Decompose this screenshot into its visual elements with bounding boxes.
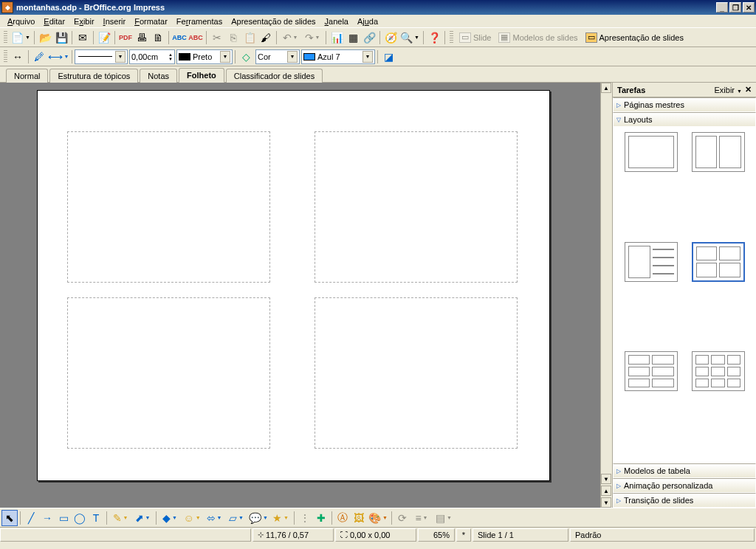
menu-editar[interactable]: Editar: [39, 16, 69, 27]
layout-1-slide[interactable]: [625, 132, 678, 172]
help-button[interactable]: ❓: [426, 30, 442, 46]
toolbar-grip-2[interactable]: [450, 31, 453, 44]
line-width-combo[interactable]: 0,00cm▲▼: [129, 49, 175, 64]
vertical-scrollbar[interactable]: ▲ ▼ ▲ ▼: [600, 83, 612, 508]
restore-button[interactable]: ❐: [729, 2, 741, 13]
symbol-shapes-tool[interactable]: ☺▼: [181, 510, 203, 526]
fill-color-combo[interactable]: Azul 7▼: [301, 49, 375, 64]
chart-button[interactable]: 📊: [329, 30, 345, 46]
section-master-pages[interactable]: ▷Páginas mestres: [614, 98, 755, 111]
fill-button[interactable]: ◇: [238, 49, 254, 65]
menu-arquivo[interactable]: Arquivo: [3, 16, 39, 27]
prev-slide-icon[interactable]: ▲: [601, 486, 611, 496]
line-style-combo[interactable]: ▼: [75, 49, 128, 64]
cut-button[interactable]: ✂: [209, 30, 225, 46]
hyperlink-button[interactable]: 🔗: [361, 30, 377, 46]
menu-exibir[interactable]: Exibir: [69, 16, 99, 27]
section-custom-anim[interactable]: ▷Animação personalizada: [614, 479, 755, 492]
callouts-tool[interactable]: 💬▼: [247, 510, 269, 526]
tab-handout[interactable]: Folheto: [179, 68, 224, 83]
table-button[interactable]: ▦: [345, 30, 361, 46]
taskpane-view-link[interactable]: Exibir ▼: [714, 86, 742, 94]
line-style-button[interactable]: 🖉: [31, 49, 47, 65]
toolbar-grip[interactable]: [4, 31, 7, 44]
scroll-up-icon[interactable]: ▲: [601, 83, 611, 93]
tab-notes[interactable]: Notas: [140, 69, 177, 83]
autospell-button[interactable]: ABC: [188, 30, 204, 46]
presentation-button[interactable]: ▭Apresentação de slides: [582, 30, 687, 46]
navigator-button[interactable]: 🧭: [382, 30, 399, 46]
handout-slot-1[interactable]: [67, 131, 270, 283]
points-tool[interactable]: ⋮: [297, 510, 313, 526]
layout-3-slides[interactable]: [625, 242, 678, 282]
layout-4-slides[interactable]: [692, 242, 745, 282]
arrow-style-button[interactable]: ↔: [10, 49, 26, 65]
tab-outline[interactable]: Estrutura de tópicos: [49, 69, 138, 83]
tab-normal[interactable]: Normal: [6, 69, 48, 83]
handout-slot-3[interactable]: [67, 297, 270, 449]
layout-2-slides[interactable]: [692, 132, 745, 172]
align-tool[interactable]: ≡▼: [410, 510, 433, 526]
stars-tool[interactable]: ★▼: [269, 510, 292, 526]
section-layouts[interactable]: ▽Layouts: [614, 113, 755, 126]
minimize-button[interactable]: _: [716, 2, 728, 13]
save-button[interactable]: 💾: [53, 30, 69, 46]
section-table-models[interactable]: ▷Modelos de tabela: [614, 464, 755, 477]
layout-6-slides[interactable]: [625, 351, 678, 391]
paste-button[interactable]: 📋: [241, 30, 258, 46]
edit-doc-button[interactable]: 📝: [96, 30, 112, 46]
select-tool[interactable]: ⬉: [1, 510, 18, 526]
menu-ajuda[interactable]: Ajuda: [353, 16, 382, 27]
gallery-tool[interactable]: 🎨▼: [367, 510, 389, 526]
paint-format-button[interactable]: 🖌: [258, 30, 274, 46]
handout-slot-2[interactable]: [315, 131, 518, 283]
preview-button[interactable]: 🗎: [150, 30, 166, 46]
glue-points-tool[interactable]: ✚: [313, 510, 329, 526]
rotate-tool[interactable]: ⟳: [394, 510, 410, 526]
layout-9-slides[interactable]: [692, 351, 745, 391]
menu-apresentacao[interactable]: Apresentação de slides: [227, 16, 320, 27]
handout-page[interactable]: [37, 90, 550, 481]
scroll-down-icon[interactable]: ▼: [601, 474, 611, 484]
arrow-tool[interactable]: →: [39, 510, 55, 526]
slide-models-button[interactable]: ▦Modelos de slides: [495, 30, 581, 46]
fontwork-tool[interactable]: Ⓐ: [334, 510, 351, 526]
print-button[interactable]: 🖶: [134, 30, 150, 46]
handout-slot-4[interactable]: [315, 297, 518, 449]
canvas-area[interactable]: [0, 83, 600, 508]
spell-button[interactable]: ABC: [171, 30, 188, 46]
basic-shapes-tool[interactable]: ◆▼: [159, 510, 181, 526]
arrow-ends-button[interactable]: ⟷▼: [47, 49, 69, 65]
open-button[interactable]: 📂: [37, 30, 53, 46]
connector-tool[interactable]: ⬈▼: [131, 510, 154, 526]
menu-formatar[interactable]: Formatar: [130, 16, 172, 27]
redo-button[interactable]: ↷▼: [301, 30, 323, 46]
shadow-button[interactable]: ◪: [380, 49, 396, 65]
undo-button[interactable]: ↶▼: [279, 30, 301, 46]
close-button[interactable]: ✕: [743, 2, 755, 13]
fill-type-combo[interactable]: Cor▼: [255, 49, 300, 64]
toolbar-grip-3[interactable]: [4, 50, 7, 63]
tab-sorter[interactable]: Classificador de slides: [226, 69, 323, 83]
curve-tool[interactable]: ✎▼: [109, 510, 131, 526]
next-slide-icon[interactable]: ▼: [601, 497, 611, 508]
line-tool[interactable]: ╱: [23, 510, 39, 526]
pdf-button[interactable]: PDF: [117, 30, 134, 46]
taskpane-close-icon[interactable]: ✕: [745, 85, 752, 94]
section-transition[interactable]: ▷Transição de slides: [614, 494, 755, 507]
zoom-button[interactable]: 🔍▼: [399, 30, 421, 46]
line-color-combo[interactable]: Preto▼: [176, 49, 233, 64]
rect-tool[interactable]: ▭: [55, 510, 72, 526]
menu-ferramentas[interactable]: Ferramentas: [172, 16, 227, 27]
from-file-tool[interactable]: 🖼: [351, 510, 367, 526]
text-tool[interactable]: T: [88, 510, 104, 526]
arrange-tool[interactable]: ▤▼: [433, 510, 455, 526]
block-arrows-tool[interactable]: ⬄▼: [203, 510, 225, 526]
status-zoom[interactable]: 65%: [418, 528, 455, 542]
insert-slide-button[interactable]: ▭Slide: [456, 30, 495, 46]
ellipse-tool[interactable]: ◯: [72, 510, 88, 526]
menu-janela[interactable]: Janela: [320, 16, 353, 27]
copy-button[interactable]: ⎘: [225, 30, 241, 46]
menu-inserir[interactable]: Inserir: [99, 16, 131, 27]
mail-button[interactable]: ✉: [75, 30, 91, 46]
